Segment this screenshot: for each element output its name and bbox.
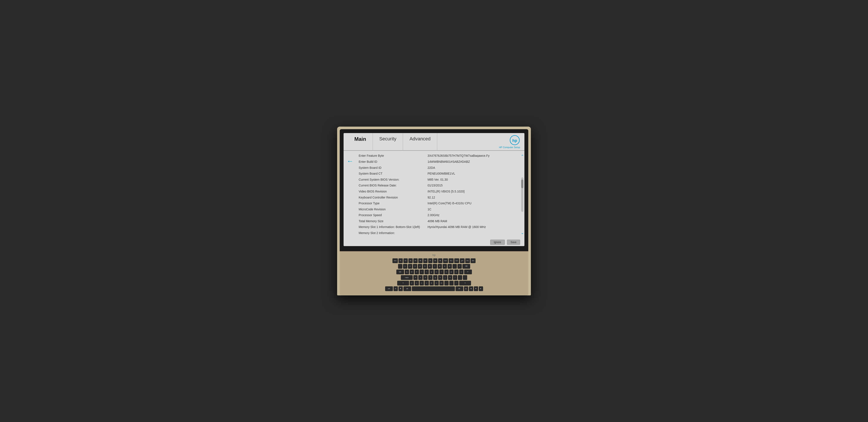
key-shift-left[interactable]: ⇧	[397, 281, 409, 285]
key-f12[interactable]: f12	[454, 259, 459, 263]
key-f3[interactable]: f3	[408, 259, 413, 263]
back-arrow-icon[interactable]: ←	[347, 157, 353, 165]
key-arrow-up[interactable]: ▲	[464, 287, 468, 291]
key-bracket-left[interactable]: [	[454, 270, 459, 274]
key-9[interactable]: 9	[443, 264, 447, 269]
key-f4[interactable]: f4	[413, 259, 417, 263]
key-w[interactable]: w	[410, 270, 414, 274]
key-l[interactable]: l	[453, 275, 457, 280]
key-o[interactable]: o	[444, 270, 448, 274]
key-k[interactable]: k	[448, 275, 452, 280]
key-arrow-right[interactable]: ►	[479, 287, 483, 291]
key-m[interactable]: m	[439, 281, 444, 285]
key-c[interactable]: c	[420, 281, 424, 285]
table-row: Processor Type Intel(R) Core(TM) i5-4310…	[359, 201, 518, 207]
key-arrow-left[interactable]: ◄	[469, 287, 473, 291]
key-alt-left[interactable]: alt	[403, 287, 411, 291]
key-s[interactable]: s	[418, 275, 423, 280]
key-j[interactable]: j	[443, 275, 447, 280]
key-f8[interactable]: f8	[433, 259, 437, 263]
key-f[interactable]: f	[428, 275, 433, 280]
key-prtsc[interactable]: prt	[460, 259, 464, 263]
key-f1[interactable]: f1	[399, 259, 403, 263]
tab-security[interactable]: Security	[373, 133, 403, 150]
key-q[interactable]: q	[405, 270, 409, 274]
key-a[interactable]: a	[413, 275, 417, 280]
key-n[interactable]: n	[434, 281, 439, 285]
key-ins[interactable]: ins	[465, 259, 470, 263]
key-bracket-right[interactable]: ]	[459, 270, 464, 274]
bios-main-content: ← Enter Feature Byte 3X47676J6S6b757H7M7…	[344, 151, 524, 238]
scrollbar[interactable]: ⌃ ⌄	[520, 153, 524, 236]
hp-keyboard-badge: hp	[433, 253, 435, 257]
key-f2[interactable]: f2	[403, 259, 408, 263]
key-f6[interactable]: f6	[423, 259, 428, 263]
key-esc[interactable]: esc	[393, 259, 398, 263]
key-backtick[interactable]: `	[398, 264, 402, 269]
key-r[interactable]: r	[420, 270, 424, 274]
laptop-frame: Main Security Advanced hp HP Computer Se…	[337, 127, 531, 295]
scroll-up-icon[interactable]: ⌃	[521, 154, 524, 159]
key-period[interactable]: .	[449, 281, 454, 285]
key-1[interactable]: 1	[403, 264, 407, 269]
key-shift-right[interactable]: ⇧	[459, 281, 471, 285]
key-space[interactable]	[412, 287, 455, 291]
key-f5[interactable]: f5	[418, 259, 423, 263]
key-h[interactable]: h	[438, 275, 442, 280]
key-f11[interactable]: f11	[448, 259, 454, 263]
row-value: 14WWBNBW601#SABZ#DABZ	[428, 160, 518, 164]
key-i[interactable]: i	[439, 270, 444, 274]
key-7[interactable]: 7	[433, 264, 437, 269]
key-y[interactable]: y	[430, 270, 434, 274]
key-caps[interactable]: caps	[401, 275, 413, 280]
key-2[interactable]: 2	[408, 264, 412, 269]
key-g[interactable]: g	[433, 275, 437, 280]
key-t[interactable]: t	[425, 270, 429, 274]
key-4[interactable]: 4	[418, 264, 422, 269]
key-v[interactable]: v	[425, 281, 429, 285]
key-8[interactable]: 8	[438, 264, 442, 269]
key-b[interactable]: b	[430, 281, 434, 285]
row-value: 4096 MB RAM	[428, 219, 518, 223]
key-f10[interactable]: f10	[443, 259, 448, 263]
key-x[interactable]: x	[414, 281, 419, 285]
key-enter[interactable]: ↵	[464, 270, 472, 274]
key-6[interactable]: 6	[428, 264, 432, 269]
row-label: Current BIOS Release Date:	[359, 183, 428, 188]
key-slash[interactable]: /	[454, 281, 459, 285]
tab-advanced[interactable]: Advanced	[403, 133, 437, 150]
screen: Main Security Advanced hp HP Computer Se…	[344, 133, 524, 246]
key-0[interactable]: 0	[447, 264, 452, 269]
key-5[interactable]: 5	[423, 264, 427, 269]
key-alt-right[interactable]: alt	[456, 287, 463, 291]
key-quote[interactable]: '	[463, 275, 467, 280]
key-equals[interactable]: =	[458, 264, 462, 269]
key-semicolon[interactable]: ;	[458, 275, 462, 280]
key-del[interactable]: del	[471, 259, 475, 263]
key-comma[interactable]: ,	[444, 281, 448, 285]
key-win[interactable]: ❖	[399, 287, 403, 291]
key-d[interactable]: d	[423, 275, 428, 280]
key-u[interactable]: u	[434, 270, 439, 274]
scroll-track[interactable]	[521, 177, 523, 212]
key-e[interactable]: e	[414, 270, 419, 274]
key-f9[interactable]: f9	[438, 259, 442, 263]
key-arrow-down[interactable]: ▼	[474, 287, 478, 291]
key-p[interactable]: p	[449, 270, 454, 274]
tab-main[interactable]: Main	[348, 133, 373, 150]
key-minus[interactable]: -	[453, 264, 457, 269]
bios-sidebar: ←	[344, 153, 356, 236]
key-z[interactable]: z	[410, 281, 414, 285]
scroll-down-icon[interactable]: ⌄	[521, 230, 524, 235]
key-fn[interactable]: fn	[394, 287, 398, 291]
key-ctrl[interactable]: ctrl	[385, 287, 393, 291]
save-button[interactable]: Save	[507, 240, 520, 245]
row-label: MicroCode Revision	[359, 207, 428, 212]
ignore-button[interactable]: Ignore	[490, 240, 505, 245]
key-3[interactable]: 3	[413, 264, 417, 269]
key-tab[interactable]: tab	[396, 270, 404, 274]
key-f7[interactable]: f7	[428, 259, 433, 263]
hp-logo-area: hp HP Computer Setup	[499, 133, 520, 150]
scroll-thumb[interactable]	[521, 180, 523, 188]
key-backspace[interactable]: ⌫	[462, 264, 470, 269]
